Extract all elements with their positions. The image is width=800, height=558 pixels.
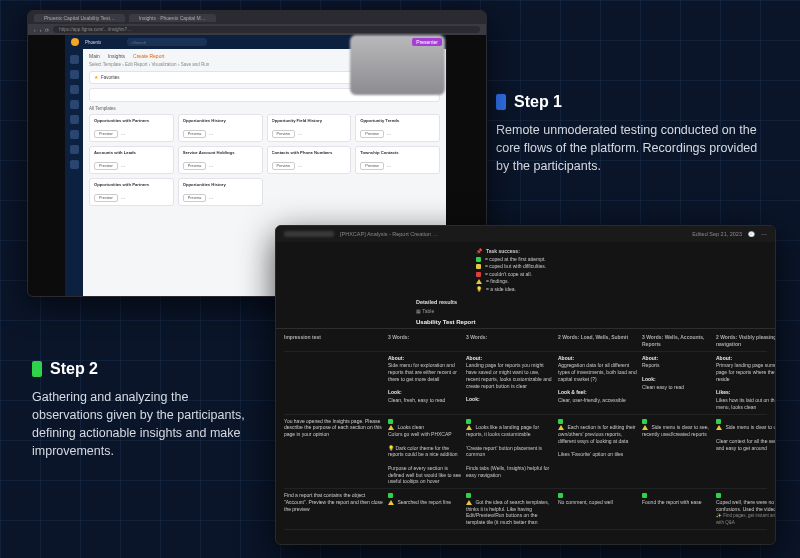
template-card[interactable]: Accounts with LeadsPreview⋯ [89, 146, 174, 174]
template-card[interactable]: Opportunities HistoryPreview⋯ [178, 114, 263, 142]
step1-body: Remote unmoderated testing conducted on … [496, 121, 761, 175]
browser-tab-2[interactable]: Insights · Phoenix Capital M… [129, 14, 216, 22]
sidebar-icon[interactable] [70, 160, 79, 169]
legend-yellow-icon [476, 264, 481, 269]
table-row: Find a report that contains the object "… [284, 489, 767, 530]
step1-title: Step 1 [514, 93, 562, 111]
col-p3: 2 Words: Load, Wells, Submit [558, 334, 638, 348]
reload-icon[interactable]: ⟳ [45, 27, 49, 33]
sidebar-icon[interactable] [70, 70, 79, 79]
more-icon[interactable]: ⋯ [298, 164, 302, 169]
legend-red-icon [476, 272, 481, 277]
sidebar-icon[interactable] [70, 55, 79, 64]
template-card[interactable]: Opportunities with PartnersPreview⋯ [89, 178, 174, 206]
template-card-title: Service Account Holdings [183, 150, 258, 155]
sidebar-icon[interactable] [70, 100, 79, 109]
template-card-title: Township Contacts [360, 150, 435, 155]
finding-icon [558, 425, 564, 430]
preview-button[interactable]: Preview [183, 194, 207, 202]
legend-tri: = findings. [486, 278, 509, 286]
more-icon[interactable]: ⋯ [387, 164, 391, 169]
idea-icon: 💡 [388, 445, 394, 451]
preview-button[interactable]: Preview [94, 194, 118, 202]
legend-yellow: = coped but with difficulties. [485, 263, 546, 271]
step2-body: Gathering and analyzing the observations… [32, 388, 257, 461]
browser-tab-1[interactable]: Phoenix Capital Usability Test… [34, 14, 125, 22]
tab-main[interactable]: Main [89, 53, 100, 59]
status-green-icon [388, 493, 393, 498]
doc-titlebar: [PHXCAP] Analysis - Report Creation … Ed… [276, 226, 775, 242]
forward-icon[interactable]: › [40, 27, 42, 33]
more-icon[interactable]: ⋯ [121, 132, 125, 137]
template-card[interactable]: Township ContactsPreview⋯ [355, 146, 440, 174]
template-card[interactable]: Opportunity TrendsPreview⋯ [355, 114, 440, 142]
sidebar-icon[interactable] [70, 130, 79, 139]
search-placeholder: Search [133, 40, 146, 45]
preview-button[interactable]: Preview [272, 130, 296, 138]
usability-table: Impression test 3 Words: 3 Words: 2 Word… [276, 331, 775, 538]
section-title: Usability Test Report [276, 316, 775, 329]
analysis-doc-window: [PHXCAP] Analysis - Report Creation … Ed… [275, 225, 776, 545]
more-icon[interactable]: ⋯ [121, 164, 125, 169]
col-p2: 3 Words: [466, 334, 554, 348]
template-card-title: Opportunities History [183, 182, 258, 187]
sidebar-icon[interactable] [70, 85, 79, 94]
more-icon[interactable]: ⋯ [761, 231, 767, 237]
template-card[interactable]: Opportunities HistoryPreview⋯ [178, 178, 263, 206]
finding-icon [388, 425, 394, 430]
browser-tab-strip: Phoenix Capital Usability Test… Insights… [28, 11, 486, 24]
status-green-icon [558, 419, 563, 424]
tab-insights[interactable]: Insights [108, 53, 125, 59]
preview-button[interactable]: Preview [94, 130, 118, 138]
preview-button[interactable]: Preview [94, 162, 118, 170]
doc-title: [PHXCAP] Analysis - Report Creation … [340, 231, 438, 237]
preview-button[interactable]: Preview [360, 162, 384, 170]
template-card-title: Opportunity Trends [360, 118, 435, 123]
template-card-title: Contacts with Phone Numbers [272, 150, 347, 155]
col-p5: 2 Words: Visibly pleasing navigation [716, 334, 776, 348]
table-row: About: Side menu for exploration and rep… [284, 352, 767, 415]
detailed-results-heading: Detailed results [276, 297, 775, 307]
status-green-icon [558, 493, 563, 498]
legend-bulb: = a side idea. [486, 286, 516, 294]
finding-icon [642, 425, 648, 430]
template-card[interactable]: Opportunity Field HistoryPreview⋯ [267, 114, 352, 142]
template-card[interactable]: Opportunities with PartnersPreview⋯ [89, 114, 174, 142]
status-green-icon [642, 419, 647, 424]
more-icon[interactable]: ⋯ [298, 132, 302, 137]
more-icon[interactable]: ⋯ [121, 196, 125, 201]
preview-button[interactable]: Preview [183, 162, 207, 170]
step2-block: Step 2 Gathering and analyzing the obser… [32, 360, 257, 461]
doc-edited-label: Edited Sep 21, 2023 [692, 231, 742, 237]
preview-button[interactable]: Preview [360, 130, 384, 138]
sidebar-icon[interactable] [70, 145, 79, 154]
more-icon[interactable]: ⋯ [209, 196, 213, 201]
all-templates-label: All Templates [89, 106, 440, 111]
step2-bullet [32, 361, 42, 377]
template-card-title: Accounts with Leads [94, 150, 169, 155]
preview-button[interactable]: Preview [183, 130, 207, 138]
app-logo-icon [71, 38, 79, 46]
finding-icon [466, 425, 472, 430]
table-tab[interactable]: Table [422, 308, 434, 314]
preview-button[interactable]: Preview [272, 162, 296, 170]
status-green-icon [388, 419, 393, 424]
template-card-title: Opportunities History [183, 118, 258, 123]
star-icon: ★ [94, 75, 98, 80]
back-icon[interactable]: ‹ [34, 27, 36, 33]
more-icon[interactable]: ⋯ [387, 132, 391, 137]
view-tabs: ▦ Table [276, 307, 775, 316]
tab-create-report[interactable]: Create Report [133, 53, 164, 59]
more-icon[interactable]: ⋯ [209, 164, 213, 169]
more-icon[interactable]: ⋯ [209, 132, 213, 137]
table-row: You have opened the Insights page. Pleas… [284, 415, 767, 490]
template-card[interactable]: Service Account HoldingsPreview⋯ [178, 146, 263, 174]
search-input[interactable]: ⌕ Search [127, 38, 207, 46]
template-card-title: Opportunities with Partners [94, 182, 169, 187]
template-card[interactable]: Contacts with Phone NumbersPreview⋯ [267, 146, 352, 174]
sidebar-icon[interactable] [70, 115, 79, 124]
address-bar[interactable]: https://app.figma.com/…/insights?… [53, 26, 480, 33]
templates-grid: Opportunities with PartnersPreview⋯Oppor… [89, 114, 440, 206]
step2-title: Step 2 [50, 360, 98, 378]
legend-green-icon [476, 257, 481, 262]
